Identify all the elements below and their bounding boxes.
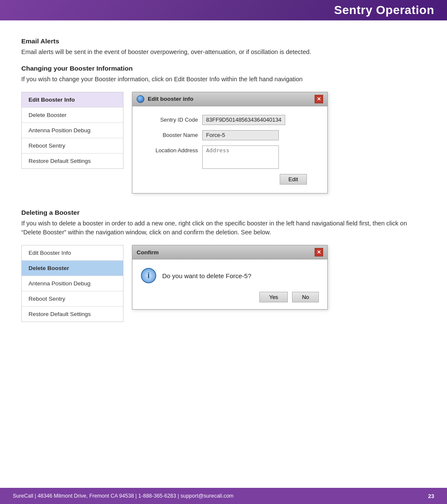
confirm-dialog-close-button[interactable]: ✕ — [315, 248, 323, 256]
screenshots-row-1: Edit Booster Info Delete Booster Antenna… — [21, 92, 426, 194]
sentry-id-value: 83FF9D501485634364040134 — [202, 115, 285, 125]
changing-booster-section: Changing your Booster Information If you… — [21, 65, 426, 84]
deleting-booster-body: If you wish to delete a booster in order… — [21, 219, 426, 238]
nav-item-delete-booster-2[interactable]: Delete Booster — [22, 261, 123, 276]
nav-item-reboot-sentry-1[interactable]: Reboot Sentry — [22, 138, 123, 154]
email-alerts-heading: Email Alerts — [21, 37, 426, 45]
sentry-id-label: Sentry ID Code — [143, 115, 202, 123]
confirm-message-row: i Do you want to delete Force-5? — [141, 268, 319, 283]
info-icon: i — [141, 268, 156, 283]
page-header: Sentry Operation — [0, 0, 447, 20]
edit-button[interactable]: Edit — [280, 174, 307, 185]
nav-item-restore-default-1[interactable]: Restore Default Settings — [22, 154, 123, 168]
footer-text: SureCall | 48346 Milmont Drive, Fremont … — [13, 493, 234, 499]
location-textarea[interactable] — [202, 145, 279, 169]
deleting-booster-section: Deleting a Booster If you wish to delete… — [21, 209, 426, 238]
confirm-dialog-body: i Do you want to delete Force-5? Yes No — [132, 259, 327, 309]
confirm-dialog: Confirm ✕ i Do you want to delete Force-… — [132, 245, 328, 310]
nav-item-restore-default-2[interactable]: Restore Default Settings — [22, 307, 123, 322]
yes-button[interactable]: Yes — [259, 292, 288, 302]
nav-item-antenna-position-debug-1[interactable]: Antenna Position Debug — [22, 123, 123, 138]
page-title: Sentry Operation — [334, 3, 434, 17]
sentry-id-row: Sentry ID Code 83FF9D501485634364040134 — [143, 115, 317, 125]
nav-panel-2: Edit Booster Info Delete Booster Antenna… — [21, 245, 123, 322]
confirm-dialog-title: Confirm — [137, 249, 159, 256]
nav-item-edit-booster-info-1[interactable]: Edit Booster Info — [22, 92, 123, 108]
nav-item-delete-booster-1[interactable]: Delete Booster — [22, 108, 123, 123]
window-icon — [137, 95, 144, 103]
edit-booster-dialog: Edit booster info ✕ Sentry ID Code 83FF9… — [132, 92, 328, 194]
footer-page-number: 23 — [428, 493, 434, 499]
screenshots-row-2: Edit Booster Info Delete Booster Antenna… — [21, 245, 426, 322]
changing-booster-body: If you wish to change your Booster infor… — [21, 75, 426, 84]
confirm-message: Do you want to delete Force-5? — [162, 272, 251, 279]
confirm-dialog-titlebar: Confirm ✕ — [132, 245, 327, 259]
nav-item-reboot-sentry-2[interactable]: Reboot Sentry — [22, 291, 123, 307]
main-content: Email Alerts Email alerts will be sent i… — [0, 20, 447, 371]
email-alerts-section: Email Alerts Email alerts will be sent i… — [21, 37, 426, 57]
nav-panel-1: Edit Booster Info Delete Booster Antenna… — [21, 92, 123, 169]
edit-dialog-close-button[interactable]: ✕ — [315, 95, 323, 103]
edit-dialog-body: Sentry ID Code 83FF9D501485634364040134 … — [132, 106, 327, 193]
booster-name-value: Force-5 — [202, 130, 279, 140]
no-button[interactable]: No — [292, 292, 319, 302]
email-alerts-body: Email alerts will be sent in the event o… — [21, 48, 426, 57]
edit-dialog-titlebar: Edit booster info ✕ — [132, 92, 327, 106]
booster-name-label: Booster Name — [143, 130, 202, 138]
edit-dialog-title: Edit booster info — [148, 96, 193, 102]
nav-item-edit-booster-info-2[interactable]: Edit Booster Info — [22, 245, 123, 261]
location-row: Location Address — [143, 145, 317, 169]
nav-item-antenna-position-debug-2[interactable]: Antenna Position Debug — [22, 276, 123, 291]
confirm-buttons-row: Yes No — [141, 290, 319, 302]
page-footer: SureCall | 48346 Milmont Drive, Fremont … — [0, 488, 447, 504]
deleting-booster-heading: Deleting a Booster — [21, 209, 426, 216]
booster-name-row: Booster Name Force-5 — [143, 130, 317, 140]
changing-booster-heading: Changing your Booster Information — [21, 65, 426, 72]
location-label: Location Address — [143, 145, 202, 154]
